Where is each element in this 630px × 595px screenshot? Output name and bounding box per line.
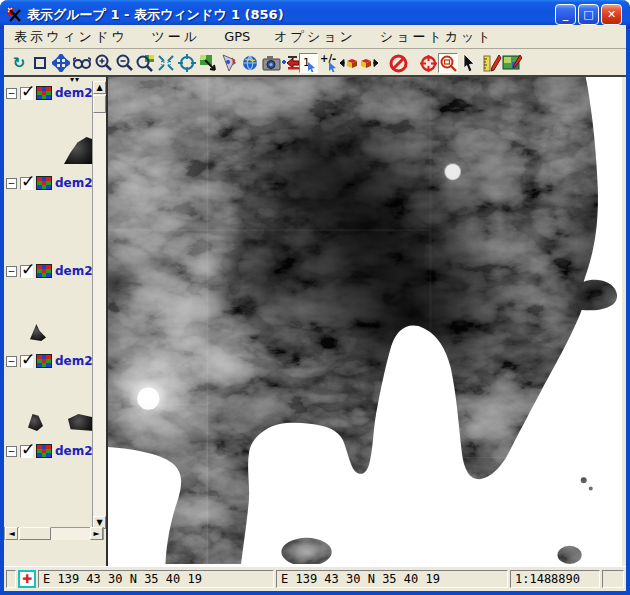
previous-layer-icon[interactable] bbox=[339, 53, 359, 73]
check-icon: ✓ bbox=[21, 439, 35, 459]
rgb-raster-icon bbox=[36, 444, 52, 458]
legend-vertical-scrollbar[interactable]: ▲ ▼ bbox=[92, 81, 106, 529]
scrollbar-thumb[interactable] bbox=[93, 95, 106, 113]
zoom-index-box[interactable]: 1 bbox=[299, 53, 318, 73]
rgb-raster-icon bbox=[36, 86, 52, 100]
reference-position-readout: E 139 43 30 N 35 40 19 bbox=[276, 570, 508, 588]
redraw-icon[interactable]: ↻ bbox=[9, 53, 29, 73]
legend-horizontal-scrollbar[interactable]: ◄ ► bbox=[4, 527, 104, 540]
cursor-position-readout: E 139 43 30 N 35 40 19 bbox=[38, 570, 274, 588]
collapse-icon[interactable]: − bbox=[6, 178, 17, 189]
window-title: 表示グループ 1 - 表示ウィンドウ 1 (856) bbox=[27, 6, 284, 24]
zoom-in-icon[interactable] bbox=[93, 53, 113, 73]
next-layer-icon[interactable] bbox=[359, 53, 379, 73]
collapse-icon[interactable]: − bbox=[6, 266, 17, 277]
layer-row[interactable]: − ✓ dem25 bbox=[6, 443, 101, 459]
previous-view-glasses-icon[interactable] bbox=[72, 53, 92, 73]
menu-gps[interactable]: GPS bbox=[224, 29, 250, 44]
layer-thumbnail bbox=[64, 137, 94, 164]
scroll-up-icon[interactable]: ▲ bbox=[93, 81, 106, 94]
center-target-icon[interactable] bbox=[177, 53, 197, 73]
layer-thumbnail bbox=[28, 414, 43, 431]
check-icon: ✓ bbox=[21, 349, 35, 369]
status-extra-panel bbox=[602, 570, 624, 588]
add-view-icon[interactable] bbox=[280, 53, 300, 73]
collapse-icon[interactable]: − bbox=[6, 356, 17, 367]
dem-mosaic bbox=[108, 77, 622, 564]
layer-row[interactable]: − ✓ dem25 bbox=[6, 175, 101, 191]
layer-checkbox[interactable]: ✓ bbox=[20, 265, 33, 278]
select-pointer-icon[interactable] bbox=[459, 53, 479, 73]
snapshot-camera-icon[interactable] bbox=[261, 53, 281, 73]
layer-row[interactable]: − ✓ dem25 bbox=[6, 263, 101, 279]
check-icon: ✓ bbox=[21, 81, 35, 101]
cursor-badge-icon bbox=[307, 62, 317, 72]
no-tool-icon[interactable] bbox=[388, 53, 408, 73]
geolock-globe-icon[interactable] bbox=[240, 53, 260, 73]
zoom-out-icon[interactable] bbox=[114, 53, 134, 73]
style-map-icon[interactable] bbox=[219, 53, 239, 73]
collapse-icon[interactable]: − bbox=[6, 88, 17, 99]
layer-checkbox[interactable]: ✓ bbox=[20, 177, 33, 190]
layer-row[interactable]: − ✓ dem25 bbox=[6, 85, 101, 101]
close-button[interactable]: ✕ bbox=[601, 4, 622, 25]
layer-thumbnail bbox=[30, 324, 46, 341]
layer-checkbox[interactable]: ✓ bbox=[20, 445, 33, 458]
pan-icon[interactable] bbox=[51, 53, 71, 73]
zoom-full-map-icon[interactable] bbox=[135, 53, 155, 73]
map-view[interactable] bbox=[106, 77, 622, 566]
menu-options[interactable]: オプション bbox=[274, 28, 356, 46]
full-extent-box-icon[interactable] bbox=[30, 53, 50, 73]
app-window: 表示グループ 1 - 表示ウィンドウ 1 (856) _ □ ✕ 表示ウィンドウ… bbox=[0, 0, 630, 595]
sketch-map-icon[interactable] bbox=[502, 53, 522, 73]
minimize-button[interactable]: _ bbox=[555, 4, 576, 25]
menu-tools[interactable]: ツール bbox=[152, 28, 201, 46]
rgb-raster-icon bbox=[36, 354, 52, 368]
toolbar: ↻ bbox=[4, 50, 626, 77]
zoom-box-tool-icon[interactable] bbox=[438, 53, 458, 73]
check-icon: ✓ bbox=[21, 171, 35, 191]
scrollbar-thumb[interactable] bbox=[19, 527, 51, 540]
layer-row[interactable]: − ✓ dem25 bbox=[6, 353, 101, 369]
legend-sort-arrows[interactable]: ▾▾ bbox=[70, 77, 80, 84]
recenter-tool-icon[interactable] bbox=[418, 53, 438, 73]
status-bar: ✚ E 139 43 30 N 35 40 19 E 139 43 30 N 3… bbox=[4, 566, 626, 591]
map-scale-readout: 1:1488890 bbox=[510, 570, 600, 588]
check-icon: ✓ bbox=[21, 259, 35, 279]
layer-thumbnail bbox=[68, 414, 94, 431]
position-marker-button[interactable]: ✚ bbox=[18, 570, 36, 588]
layer-legend-panel: ▾▾ − ✓ dem25 − ✓ dem25 − ✓ dem25 − ✓ dem… bbox=[4, 77, 106, 540]
measure-tool-icon[interactable] bbox=[482, 53, 502, 73]
app-logo-icon bbox=[6, 6, 23, 23]
layer-checkbox[interactable]: ✓ bbox=[20, 87, 33, 100]
status-spacer-panel bbox=[6, 570, 16, 588]
zoom-interactive-cursor-icon[interactable]: +/- bbox=[319, 53, 339, 73]
rgb-raster-icon bbox=[36, 176, 52, 190]
zoom-extents-icon[interactable] bbox=[156, 53, 176, 73]
menu-display-window[interactable]: 表示ウィンドウ bbox=[14, 28, 128, 46]
view-position-map-icon[interactable] bbox=[198, 53, 218, 73]
layer-checkbox[interactable]: ✓ bbox=[20, 355, 33, 368]
collapse-icon[interactable]: − bbox=[6, 446, 17, 457]
menu-shortcuts[interactable]: ショートカット bbox=[380, 28, 494, 46]
scroll-left-icon[interactable]: ◄ bbox=[5, 527, 18, 540]
rgb-raster-icon bbox=[36, 264, 52, 278]
scroll-right-icon[interactable]: ► bbox=[90, 527, 103, 540]
menu-bar: 表示ウィンドウ ツール GPS オプション ショートカット bbox=[4, 25, 626, 49]
maximize-button[interactable]: □ bbox=[578, 4, 599, 25]
